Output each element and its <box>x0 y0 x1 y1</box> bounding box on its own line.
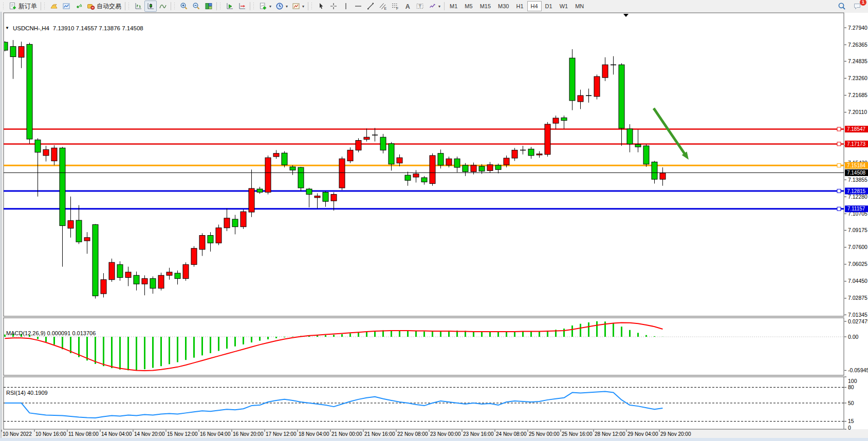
candle-body <box>430 156 435 184</box>
chart-symbol-period: USDCNH-,H4 <box>13 25 49 31</box>
price-tick-label: 7.12280 <box>848 194 867 200</box>
time-axis[interactable]: 10 Nov 202210 Nov 16:0011 Nov 08:0014 No… <box>2 430 691 437</box>
price-tick-label: 7.09175 <box>848 227 867 233</box>
crosshair-button[interactable] <box>327 1 340 12</box>
signal-button[interactable] <box>72 1 85 12</box>
fibonacci-icon: F <box>391 2 399 10</box>
candle-body <box>413 174 419 177</box>
timeframe-m15-button[interactable]: M15 <box>476 1 494 11</box>
timeframe-h4-button[interactable]: H4 <box>527 1 542 11</box>
trendline-button[interactable] <box>364 1 377 12</box>
period-icon <box>275 2 284 10</box>
candle-body <box>602 65 608 78</box>
candle-body <box>561 118 567 120</box>
autotrading-icon <box>87 2 95 10</box>
vline-button[interactable] <box>340 1 352 12</box>
candle-body <box>454 159 460 167</box>
chart-shift-button[interactable] <box>236 1 248 12</box>
macd-panel[interactable] <box>4 318 844 375</box>
label-button[interactable]: T <box>414 1 426 12</box>
candle-body <box>594 76 600 97</box>
line-chart-button[interactable] <box>157 1 169 12</box>
zoom-in-button[interactable] <box>178 1 190 12</box>
macd-axis-label: -0.059451 <box>848 367 868 373</box>
svg-text:F: F <box>396 7 398 10</box>
toolbar-grip <box>128 3 131 10</box>
bar-chart-icon <box>134 2 142 10</box>
candle-body <box>553 118 559 123</box>
timeframe-d1-button[interactable]: D1 <box>542 1 556 11</box>
hline-button[interactable] <box>352 1 364 12</box>
timeframe-m5-button[interactable]: M5 <box>461 1 476 11</box>
shapes-button[interactable]: ▾ <box>426 1 442 12</box>
indicators-icon <box>259 2 267 10</box>
price-tick-label: 7.24835 <box>848 58 867 64</box>
toolbar-separator <box>444 2 445 10</box>
channel-button[interactable]: E <box>377 1 389 12</box>
date-label: 17 Nov 12:00 <box>266 431 297 437</box>
chat-button[interactable]: 1 <box>851 1 863 12</box>
price-tick-label: 7.13855 <box>848 177 867 183</box>
timeframe-h1-button[interactable]: H1 <box>512 1 527 11</box>
hline-handle[interactable] <box>837 189 841 193</box>
date-label: 15 Nov 12:00 <box>167 431 198 437</box>
text-icon: A <box>403 2 412 10</box>
timeframe-m1-button[interactable]: M1 <box>446 1 461 11</box>
gold-bar-button[interactable] <box>48 1 60 12</box>
chart-dropdown-icon[interactable]: ▼ <box>5 26 9 30</box>
main-price-panel[interactable] <box>4 13 844 316</box>
candle-body <box>257 189 263 192</box>
chevron-down-icon[interactable]: ▾ <box>269 4 271 9</box>
indicators-button[interactable]: ▾ <box>257 1 273 12</box>
candlestick-button[interactable] <box>144 1 157 12</box>
candle-body <box>183 264 189 278</box>
hline-handle[interactable] <box>837 164 841 167</box>
template-button[interactable]: ▾ <box>290 1 306 12</box>
channel-icon: E <box>379 2 387 10</box>
hline-handle[interactable] <box>837 207 841 210</box>
hline-handle[interactable] <box>837 142 841 146</box>
text-button[interactable]: A <box>401 1 414 12</box>
timeframe-w1-button[interactable]: W1 <box>556 1 572 11</box>
cursor-button[interactable] <box>315 1 327 12</box>
fibonacci-button[interactable]: F <box>389 1 401 12</box>
tile-windows-button[interactable] <box>202 1 215 12</box>
bar-chart-button[interactable] <box>132 1 144 12</box>
crosshair-icon <box>329 2 338 10</box>
auto-scroll-button[interactable] <box>224 1 236 12</box>
autotrading-button[interactable]: 自动交易 <box>85 1 123 12</box>
chevron-down-icon[interactable]: ▾ <box>302 4 304 9</box>
toolbar-separator <box>216 2 217 10</box>
macd-axis-label: 0.027479 <box>848 318 868 324</box>
candle-body <box>265 158 271 192</box>
hline-handle[interactable] <box>837 127 841 131</box>
date-label: 16 Nov 04:00 <box>200 431 231 437</box>
date-label: 22 Nov 08:00 <box>397 431 428 437</box>
chevron-down-icon[interactable]: ▾ <box>438 4 440 9</box>
timeframe-mn-button[interactable]: MN <box>571 1 587 11</box>
search-button[interactable] <box>836 1 848 12</box>
timeframe-m30-button[interactable]: M30 <box>494 1 512 11</box>
period-button[interactable]: ▾ <box>273 1 290 12</box>
candle-body <box>142 279 147 284</box>
chart-title: ▼ USDCNH-,H4 7.13910 7.14557 7.13876 7.1… <box>5 25 143 31</box>
hline-price-tag-label: 7.17173 <box>847 141 866 147</box>
date-label: 10 Nov 16:00 <box>35 431 66 437</box>
macd-axis-label: 0.00 <box>848 334 859 340</box>
toolbar-right-icons: 1 <box>836 1 866 12</box>
chart-profile-button[interactable] <box>60 1 72 12</box>
candle-body <box>356 141 361 150</box>
date-label: 21 Nov 00:00 <box>331 431 362 437</box>
chart-window: ▼ USDCNH-,H4 7.13910 7.14557 7.13876 7.1… <box>0 12 868 441</box>
tile-windows-icon <box>205 2 213 10</box>
vline-icon <box>342 2 350 10</box>
chevron-down-icon[interactable]: ▾ <box>286 4 288 9</box>
candle-body <box>241 212 246 226</box>
candle-body <box>537 154 542 155</box>
new-order-button[interactable]: 新订单 <box>7 1 39 12</box>
zoom-out-button[interactable] <box>190 1 202 12</box>
chart-canvas[interactable]: 7.279407.263657.248357.232607.216857.201… <box>0 12 868 441</box>
candle-body <box>569 58 575 101</box>
chart-ohlc-quotes: 7.13910 7.14557 7.13876 7.14508 <box>53 25 143 31</box>
candle-body <box>224 218 230 228</box>
